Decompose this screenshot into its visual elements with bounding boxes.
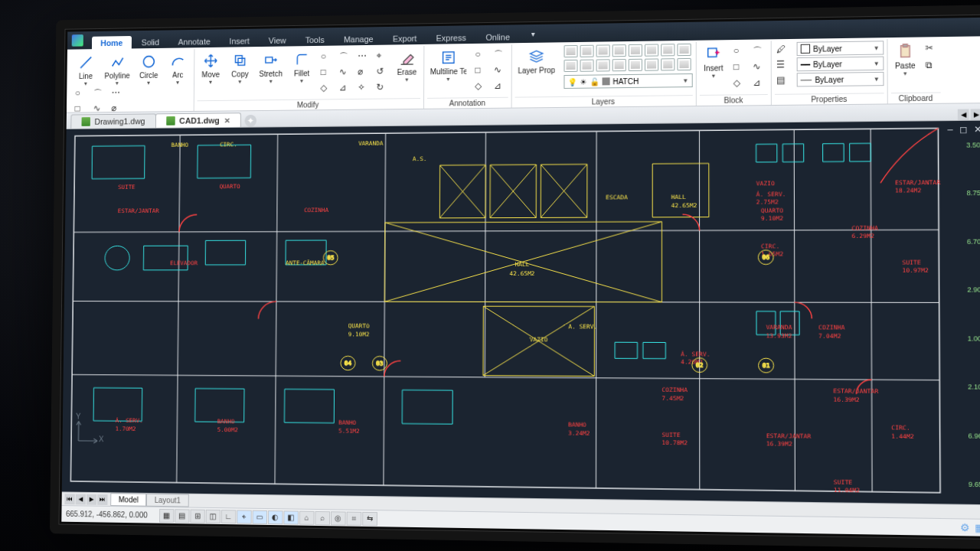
status-toggle-7[interactable]: ◐: [268, 510, 283, 524]
status-toggle-0[interactable]: ▦: [159, 508, 174, 522]
line-button[interactable]: Line▼: [73, 52, 99, 87]
menu-tab-insert[interactable]: Insert: [220, 34, 259, 47]
doc-tab[interactable]: Drawing1.dwg: [70, 113, 155, 129]
menu-tab-solid[interactable]: Solid: [132, 35, 168, 48]
menu-overflow-icon[interactable]: ▾: [528, 29, 538, 37]
paste-button[interactable]: Paste ▼: [890, 41, 920, 78]
layer-swatch-6[interactable]: [661, 44, 675, 56]
modify-tool-11[interactable]: ↻: [374, 80, 390, 95]
modify-tool-4[interactable]: ∿: [337, 64, 354, 80]
restore-view-button[interactable]: ◻: [959, 124, 968, 135]
modify-tool-7[interactable]: ⌀: [355, 64, 372, 79]
modify-tool-5[interactable]: ⊿: [336, 80, 353, 95]
layer-swatch-10[interactable]: [596, 59, 609, 71]
status-toggle-12[interactable]: ⌗: [346, 511, 361, 525]
block-tool-2[interactable]: ◇: [730, 75, 748, 90]
match-properties-button[interactable]: 🖊: [775, 42, 791, 56]
annotate-tool-4[interactable]: ∿: [492, 62, 508, 77]
layer-swatch-13[interactable]: [645, 58, 658, 70]
annotate-tool-0[interactable]: ○: [472, 47, 489, 62]
annotate-tool-2[interactable]: ◇: [472, 78, 489, 93]
status-tray-icon[interactable]: ▦: [975, 522, 980, 534]
layer-swatch-2[interactable]: [596, 44, 609, 57]
modify-tool-1[interactable]: □: [318, 64, 334, 80]
layer-swatch-14[interactable]: [661, 58, 675, 70]
status-toggle-3[interactable]: ◫: [205, 509, 220, 523]
lineweight-dropdown[interactable]: ━━ByLayer▼: [796, 57, 884, 72]
settings-gear-icon[interactable]: ⚙: [960, 522, 970, 534]
draw-tool-3[interactable]: ⌒: [90, 86, 106, 101]
drawing-area[interactable]: – ◻ ✕ 3.508.756.702.901.002.106.969.65 Y…: [62, 121, 980, 505]
status-toggle-10[interactable]: ⌕: [315, 510, 330, 524]
status-toggle-8[interactable]: ◧: [283, 510, 299, 524]
copy-button[interactable]: Copy▼: [227, 50, 253, 86]
layer-swatch-7[interactable]: [677, 44, 691, 56]
tab-prev-button[interactable]: ◀: [958, 109, 969, 120]
modify-tool-9[interactable]: ⌖: [374, 47, 390, 63]
linetype-dropdown[interactable]: ──ByLayer▼: [796, 72, 884, 87]
draw-tool-0[interactable]: ○: [73, 86, 89, 101]
status-toggle-1[interactable]: ▤: [175, 509, 189, 523]
insert-block-button[interactable]: Insert ▼: [700, 43, 728, 80]
new-tab-button[interactable]: ✦: [244, 115, 256, 127]
modify-tool-2[interactable]: ◇: [318, 80, 334, 96]
layer-swatch-0[interactable]: [564, 45, 577, 57]
menu-tab-online[interactable]: Online: [477, 30, 519, 44]
status-toggle-4[interactable]: ∟: [221, 510, 237, 523]
layer-swatch-3[interactable]: [612, 44, 626, 57]
circle-button[interactable]: Circle▼: [136, 51, 162, 87]
layer-swatch-8[interactable]: [564, 60, 577, 72]
layer-swatch-1[interactable]: [580, 45, 593, 57]
block-tool-0[interactable]: ○: [730, 43, 747, 58]
block-tool-4[interactable]: ∿: [750, 59, 768, 74]
block-tool-3[interactable]: ⌒: [750, 42, 768, 57]
layer-swatch-12[interactable]: [628, 59, 642, 71]
modify-tool-10[interactable]: ↺: [374, 64, 390, 79]
layer-swatch-9[interactable]: [580, 60, 593, 72]
first-tab-button[interactable]: ⏮: [64, 494, 74, 504]
layout-tab[interactable]: Layout1: [146, 494, 188, 507]
color-dropdown[interactable]: ByLayer▼: [796, 41, 884, 56]
block-tool-1[interactable]: □: [730, 59, 747, 74]
menu-tab-annotate[interactable]: Annotate: [169, 34, 219, 47]
arc-button[interactable]: Arc▼: [165, 51, 191, 86]
prev-tab-button[interactable]: ◀: [76, 494, 86, 504]
fillet-button[interactable]: Fillet▼: [289, 49, 315, 85]
status-toggle-2[interactable]: ⊞: [190, 509, 204, 523]
properties-palette-button[interactable]: ▤: [775, 73, 791, 86]
annotate-tool-5[interactable]: ⊿: [492, 78, 508, 93]
annotate-tool-3[interactable]: ⌒: [492, 46, 508, 61]
close-view-button[interactable]: ✕: [974, 124, 980, 135]
menu-tab-tools[interactable]: Tools: [296, 33, 333, 46]
layer-swatch-11[interactable]: [612, 59, 626, 71]
layer-dropdown[interactable]: 💡 ☀ 🔓 HATCH ▼: [564, 73, 692, 89]
cut-button[interactable]: ✂: [923, 40, 940, 56]
draw-tool-6[interactable]: ⋯: [109, 85, 125, 100]
polyline-button[interactable]: Polyline▼: [102, 51, 133, 87]
menu-tab-home[interactable]: Home: [92, 36, 132, 49]
multiline-text-button[interactable]: Multiline Text ▼: [427, 47, 469, 83]
status-toggle-5[interactable]: ⌖: [237, 510, 252, 523]
model-tab[interactable]: Model: [110, 493, 146, 506]
menu-tab-export[interactable]: Export: [384, 31, 426, 45]
layer-properties-button[interactable]: Layer Properties: [514, 45, 557, 77]
stretch-button[interactable]: Stretch▼: [256, 49, 286, 85]
next-tab-button[interactable]: ▶: [87, 494, 96, 504]
last-tab-button[interactable]: ⏭: [97, 494, 107, 505]
erase-button[interactable]: Erase▼: [394, 47, 421, 83]
block-tool-5[interactable]: ⊿: [750, 75, 768, 90]
modify-tool-8[interactable]: ✧: [355, 80, 372, 95]
modify-tool-6[interactable]: ⋯: [355, 48, 372, 64]
modify-tool-3[interactable]: ⌒: [337, 48, 354, 64]
menu-tab-express[interactable]: Express: [427, 31, 475, 44]
modify-tool-0[interactable]: ○: [318, 49, 334, 64]
status-toggle-11[interactable]: ◎: [331, 511, 346, 525]
layer-swatch-15[interactable]: [677, 58, 691, 70]
close-tab-icon[interactable]: ✕: [224, 116, 230, 125]
move-button[interactable]: Move▼: [198, 51, 224, 86]
menu-tab-manage[interactable]: Manage: [335, 32, 382, 46]
status-toggle-9[interactable]: ⌂: [299, 510, 315, 524]
annotate-tool-1[interactable]: □: [472, 62, 489, 77]
layer-swatch-4[interactable]: [629, 44, 642, 57]
status-toggle-6[interactable]: ▭: [252, 510, 267, 523]
